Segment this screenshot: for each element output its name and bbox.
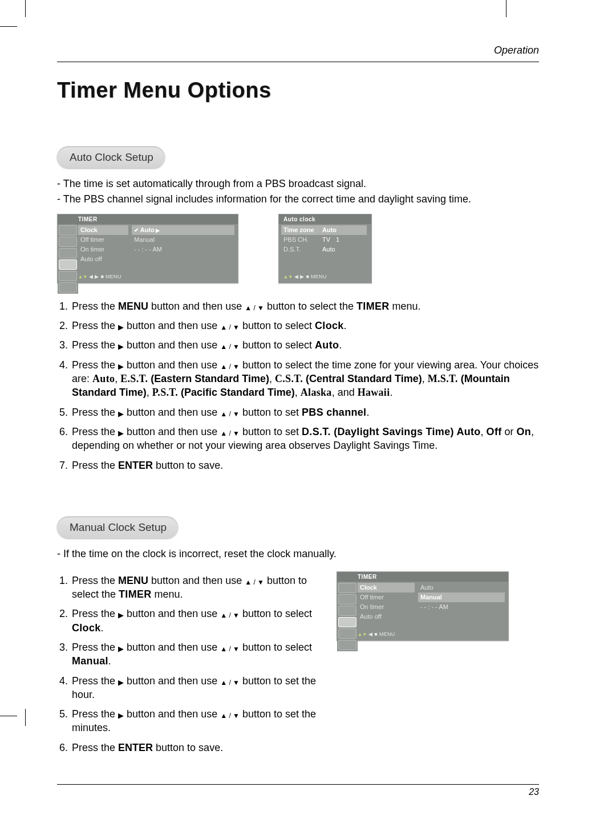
heading-manual-clock: Manual Clock Setup <box>57 517 178 539</box>
intro-line: The time is set automatically through fr… <box>57 177 539 190</box>
intro-auto: The time is set automatically through fr… <box>57 177 539 206</box>
osd-auto-clock: Auto clock Time zone Auto PBS CH. TV 1 D… <box>278 214 372 283</box>
osd-footer: ▲▼ ◀ ▶ ■ MENU <box>78 273 121 281</box>
osd-value: Auto <box>322 245 335 254</box>
osd-tab-icon <box>338 606 356 616</box>
osd-col-right: Auto Manual - - : - - AM <box>131 224 238 294</box>
step: Press the button and then use button to … <box>71 319 539 332</box>
osd-tab-icon <box>59 248 77 258</box>
step: Press the button and then use button to … <box>71 607 319 635</box>
osd-title: TIMER <box>337 572 508 582</box>
osd-row: PBS CH. TV 1 <box>283 235 367 245</box>
right-icon <box>118 362 124 372</box>
step: Press the MENU button and then use butto… <box>71 299 539 313</box>
right-icon <box>118 644 124 654</box>
osd-tab-icon <box>338 628 356 639</box>
osd-option-selected: Manual <box>418 593 505 602</box>
updown-icon <box>245 578 264 587</box>
osd-option: Manual <box>134 235 234 245</box>
osd-tab-icon <box>59 282 77 293</box>
osd-item: Auto off <box>80 254 128 264</box>
heading-auto-clock: Auto Clock Setup <box>57 147 165 169</box>
updown-icon <box>220 409 240 419</box>
osd-item: Off timer <box>80 235 128 245</box>
osd-timer-manual: TIMER Clock Off timer On timer A <box>337 571 509 641</box>
osd-footer-text: ◀ ▶ ■ MENU <box>89 274 121 279</box>
step: Press the MENU button and then use butto… <box>71 574 319 602</box>
osd-option: - - : - - AM <box>420 602 505 612</box>
osd-tab-icon <box>338 583 356 593</box>
right-icon <box>118 342 124 352</box>
step: Press the button and then use button to … <box>71 405 539 419</box>
steps-auto: Press the MENU button and then use butto… <box>57 299 539 472</box>
updown-icon <box>220 644 240 654</box>
osd-item: Clock <box>358 583 415 593</box>
intro-line: If the time on the clock is incorrect, r… <box>57 547 539 561</box>
updown-icon <box>220 362 240 371</box>
osd-footer: ▲▼ ◀ ▶ ■ MENU <box>283 273 327 281</box>
rule-bottom <box>57 784 539 785</box>
updown-icon: ▲▼ <box>358 632 367 637</box>
page-title: Timer Menu Options <box>57 76 539 105</box>
osd-item: Off timer <box>360 593 415 602</box>
osd-row-auto: TIMER Clock Off timer On timer Auto off <box>57 214 539 283</box>
osd-row: D.S.T. Auto <box>283 245 367 254</box>
right-icon <box>118 711 124 721</box>
osd-col-left: Clock Off timer On timer Auto off <box>78 224 131 294</box>
section-label: Operation <box>57 43 539 57</box>
intro-manual: If the time on the clock is incorrect, r… <box>57 547 539 561</box>
osd-key: D.S.T. <box>283 245 317 254</box>
osd-tab-icon <box>338 594 356 604</box>
step: Press the button and then use button to … <box>71 425 539 453</box>
osd-footer: ▲▼ ◀ ■ MENU <box>358 631 395 638</box>
step: Press the button and then use button to … <box>71 358 539 400</box>
updown-icon <box>220 323 240 332</box>
osd-key: PBS CH. <box>283 236 317 244</box>
osd-footer-text: ◀ ■ MENU <box>368 631 395 637</box>
steps-manual: Press the MENU button and then use butto… <box>57 574 319 754</box>
osd-option: Auto <box>420 583 505 593</box>
osd-tab-icon <box>59 271 77 281</box>
osd-tab-icon <box>338 640 356 650</box>
right-icon <box>118 610 124 620</box>
updown-icon <box>245 303 264 313</box>
osd-tab-icon <box>59 225 77 236</box>
osd-value: Auto <box>322 226 337 234</box>
manual-section: Press the MENU button and then use butto… <box>57 568 539 760</box>
step: Press the button and then use button to … <box>71 640 319 668</box>
step: Press the ENTER button to save. <box>71 458 539 472</box>
updown-icon <box>220 342 240 351</box>
step: Press the button and then use button to … <box>71 707 319 735</box>
osd-row: Time zone Auto <box>281 225 367 235</box>
updown-icon <box>220 711 240 720</box>
osd-item: Auto off <box>360 612 415 622</box>
intro-line: The PBS channel signal includes informat… <box>57 192 539 206</box>
osd-value: 1 <box>336 236 339 244</box>
step: Press the button and then use button to … <box>71 674 319 702</box>
osd-col-right: Auto Manual - - : - - AM <box>417 582 508 651</box>
osd-option: - - : - - AM <box>134 245 234 254</box>
osd-icon-col <box>337 582 358 651</box>
updown-icon <box>220 678 240 687</box>
osd-item: On timer <box>80 245 128 254</box>
updown-icon: ▲▼ <box>283 274 293 279</box>
step: Press the button and then use button to … <box>71 338 539 352</box>
step: Press the ENTER button to save. <box>71 741 319 754</box>
right-icon <box>118 409 124 419</box>
page-number: 23 <box>57 786 539 798</box>
osd-tab-icon-selected <box>59 259 77 270</box>
osd-tab-icon-selected <box>338 617 356 627</box>
updown-icon <box>220 429 240 438</box>
updown-icon: ▲▼ <box>78 274 87 279</box>
right-icon <box>118 677 124 688</box>
osd-value: TV <box>322 236 330 244</box>
osd-item: On timer <box>360 602 415 612</box>
osd-timer-auto: TIMER Clock Off timer On timer Auto off <box>57 214 238 283</box>
updown-icon <box>220 611 240 620</box>
osd-title: TIMER <box>58 214 238 225</box>
osd-col-left: Clock Off timer On timer Auto off <box>358 582 417 651</box>
osd-footer-text: ◀ ▶ ■ MENU <box>294 274 326 279</box>
rule-top <box>57 62 539 62</box>
right-icon <box>118 322 124 332</box>
osd-title: Auto clock <box>279 214 371 225</box>
